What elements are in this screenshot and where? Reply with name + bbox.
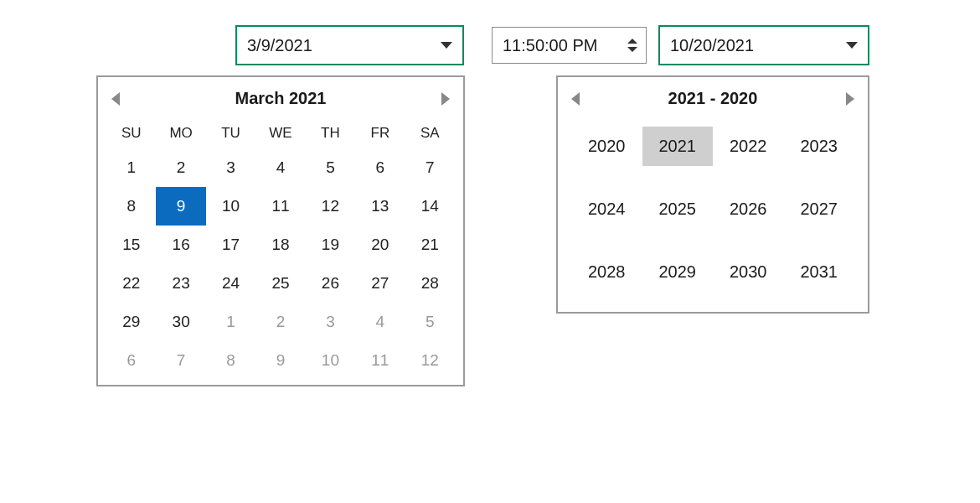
dow-cell: FR: [355, 122, 405, 145]
year-cell[interactable]: 2021: [642, 127, 714, 166]
calendar-day-cell[interactable]: 12: [405, 341, 455, 380]
calendar-day-cell[interactable]: 26: [306, 264, 355, 303]
year-cell[interactable]: 2030: [713, 252, 784, 292]
year-cell[interactable]: 2024: [571, 189, 642, 229]
calendar-day-cell[interactable]: 29: [106, 303, 156, 341]
year-cell[interactable]: 2028: [571, 252, 642, 292]
dow-cell: SA: [405, 122, 455, 145]
year-picker-title[interactable]: 2021 - 2020: [580, 89, 846, 108]
chevron-left-icon: [571, 92, 580, 106]
calendar-prev-button[interactable]: [111, 92, 120, 106]
calendar-title[interactable]: March 2021: [120, 89, 441, 108]
calendar-day-cell[interactable]: 8: [206, 341, 255, 380]
year-cell[interactable]: 2027: [784, 189, 855, 229]
calendar-popup: March 2021 SU MO TU WE TH FR SA 12345678…: [96, 75, 465, 386]
calendar-next-button[interactable]: [441, 92, 450, 106]
calendar-week-row: 1234567: [106, 148, 455, 187]
calendar-day-cell[interactable]: 3: [306, 303, 355, 341]
time-input-value: 11:50:00 PM: [503, 36, 624, 55]
year-cell[interactable]: 2023: [784, 127, 855, 166]
calendar-week-row: 293012345: [106, 303, 455, 341]
date-input-right[interactable]: 10/20/2021: [658, 25, 869, 65]
calendar-day-cell[interactable]: 15: [106, 226, 156, 264]
calendar-day-cell[interactable]: 24: [206, 264, 255, 303]
calendar-day-cell[interactable]: 20: [355, 226, 405, 264]
calendar-day-cell[interactable]: 4: [355, 303, 405, 341]
calendar-day-cell[interactable]: 27: [355, 264, 405, 303]
calendar-day-cell[interactable]: 14: [405, 187, 455, 226]
calendar-week-row: 891011121314: [106, 187, 455, 226]
time-spinner[interactable]: [624, 37, 641, 54]
time-input[interactable]: 11:50:00 PM: [492, 27, 647, 64]
calendar-day-cell[interactable]: 5: [405, 303, 455, 341]
year-prev-button[interactable]: [571, 92, 580, 106]
calendar-day-cell[interactable]: 5: [306, 148, 355, 187]
calendar-day-cell[interactable]: 11: [355, 341, 405, 380]
chevron-left-icon: [111, 92, 120, 106]
calendar-day-cell[interactable]: 2: [156, 148, 205, 187]
calendar-day-cell[interactable]: 6: [355, 148, 405, 187]
calendar-week-row: 22232425262728: [106, 264, 455, 303]
calendar-day-cell[interactable]: 18: [255, 226, 305, 264]
calendar-day-cell[interactable]: 28: [405, 264, 455, 303]
calendar-dow-row: SU MO TU WE TH FR SA: [106, 122, 455, 145]
year-cell[interactable]: 2020: [571, 127, 642, 166]
dow-cell: MO: [156, 122, 205, 145]
chevron-down-icon: [441, 42, 452, 49]
calendar-day-cell[interactable]: 7: [405, 148, 455, 187]
calendar-day-cell[interactable]: 9: [255, 341, 305, 380]
calendar-week-row: 15161718192021: [106, 226, 455, 264]
calendar-day-cell[interactable]: 2: [255, 303, 305, 341]
chevron-right-icon: [441, 92, 450, 106]
year-cell[interactable]: 2031: [784, 252, 855, 292]
calendar-day-cell[interactable]: 10: [206, 187, 255, 226]
calendar-day-cell[interactable]: 16: [156, 226, 205, 264]
calendar-day-cell[interactable]: 19: [306, 226, 355, 264]
calendar-day-cell[interactable]: 6: [106, 341, 156, 380]
calendar-day-cell[interactable]: 1: [206, 303, 255, 341]
calendar-day-cell[interactable]: 3: [206, 148, 255, 187]
calendar-day-cell[interactable]: 4: [255, 148, 305, 187]
calendar-week-row: 6789101112: [106, 341, 455, 380]
chevron-right-icon: [846, 92, 854, 106]
calendar-day-cell[interactable]: 8: [106, 187, 156, 226]
calendar-day-cell[interactable]: 9: [156, 187, 205, 226]
calendar-day-cell[interactable]: 23: [156, 264, 205, 303]
date-input-right-value: 10/20/2021: [670, 36, 846, 55]
dow-cell: WE: [255, 122, 305, 145]
calendar-day-cell[interactable]: 22: [106, 264, 156, 303]
year-next-button[interactable]: [846, 92, 854, 106]
calendar-day-cell[interactable]: 13: [355, 187, 405, 226]
calendar-day-cell[interactable]: 30: [156, 303, 205, 341]
calendar-day-cell[interactable]: 17: [206, 226, 255, 264]
year-cell[interactable]: 2029: [642, 252, 714, 292]
calendar-day-cell[interactable]: 10: [306, 341, 355, 380]
year-cell[interactable]: 2025: [642, 189, 714, 229]
chevron-down-icon: [846, 42, 858, 49]
calendar-day-cell[interactable]: 25: [255, 264, 305, 303]
year-cell[interactable]: 2026: [713, 189, 784, 229]
dow-cell: TH: [306, 122, 355, 145]
dow-cell: SU: [106, 122, 156, 145]
calendar-day-cell[interactable]: 1: [106, 148, 156, 187]
year-cell[interactable]: 2022: [713, 127, 784, 166]
calendar-day-cell[interactable]: 7: [156, 341, 205, 380]
year-picker-popup: 2021 - 2020 2020202120222023202420252026…: [556, 75, 869, 314]
spinner-up-icon[interactable]: [627, 39, 637, 44]
date-input-left[interactable]: 3/9/2021: [235, 25, 464, 65]
calendar-day-cell[interactable]: 21: [405, 226, 455, 264]
calendar-day-cell[interactable]: 11: [255, 187, 305, 226]
date-input-left-value: 3/9/2021: [247, 36, 441, 55]
calendar-day-cell[interactable]: 12: [306, 187, 355, 226]
spinner-down-icon[interactable]: [627, 47, 637, 52]
dow-cell: TU: [206, 122, 255, 145]
